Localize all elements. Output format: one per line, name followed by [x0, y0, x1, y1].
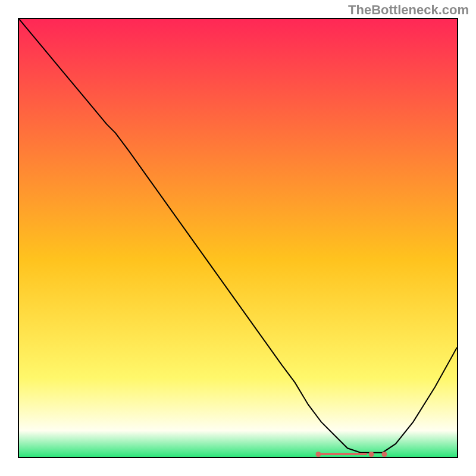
marker-dot — [316, 452, 321, 457]
bottleneck-curve — [19, 19, 457, 457]
chart-container: TheBottleneck.com — [0, 0, 476, 476]
plot-frame — [18, 18, 458, 458]
watermark-text: TheBottleneck.com — [348, 2, 469, 18]
marker-dot — [382, 452, 387, 457]
marker-segment — [318, 453, 367, 455]
marker-dot — [369, 452, 374, 457]
